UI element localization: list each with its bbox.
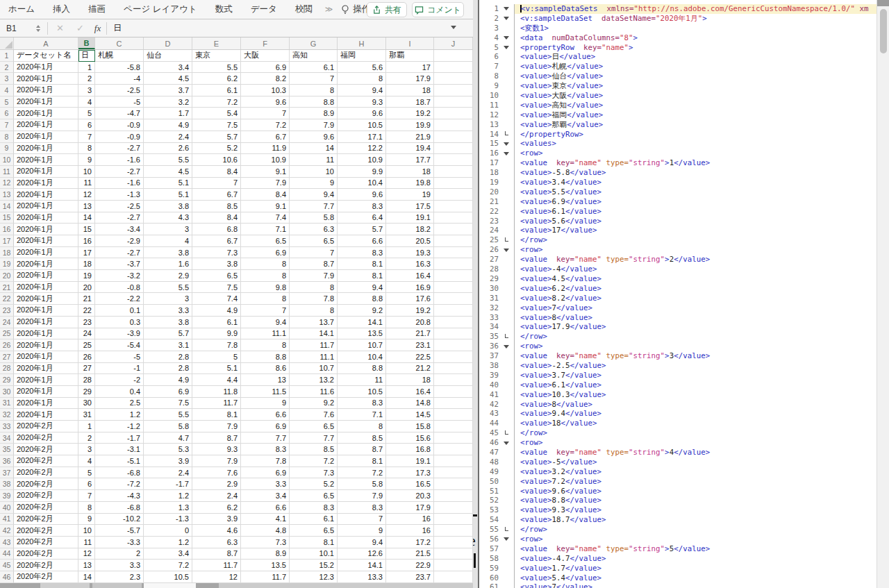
cell[interactable]: -1.2 [95,421,144,432]
fold-arrow-icon[interactable] [499,142,514,146]
cell[interactable]: 21.9 [386,131,434,143]
editor-scrollbar[interactable] [876,0,889,588]
ribbon-tab[interactable]: ページ レイアウト [124,3,197,15]
cell[interactable]: 7.2 [144,560,192,571]
cell[interactable]: 9.1 [241,201,290,212]
cell[interactable]: 22 [78,305,95,317]
cell[interactable]: 2020年1月 [14,85,78,96]
cell[interactable]: 4.9 [144,374,192,386]
row-header[interactable]: 21 [0,282,14,294]
ribbon-tab[interactable]: データ [251,3,277,15]
cell[interactable]: 8.5 [338,432,386,444]
cell[interactable]: 1.3 [144,502,192,514]
cell[interactable]: -3.3 [95,537,144,548]
cell[interactable] [434,525,473,537]
code-line[interactable]: 54<value>18.7</value> [479,515,876,525]
cell[interactable]: 13.5 [241,560,290,571]
cell[interactable]: -0.8 [95,282,144,294]
cell[interactable] [434,212,473,224]
sheet-tab-bar[interactable] [0,583,473,588]
cell[interactable]: 19.3 [386,247,434,259]
cell[interactable]: 18 [386,85,434,96]
cell[interactable]: 8 [290,305,338,317]
cell[interactable]: 8.8 [290,96,338,108]
fold-arrow-icon[interactable] [499,36,514,40]
cell[interactable]: 6.5 [192,270,241,282]
cell[interactable]: 11.8 [192,386,241,398]
cell[interactable]: 12.3 [290,571,338,583]
cell[interactable]: 6.6 [241,409,290,421]
cell[interactable]: 2020年1月 [14,201,78,212]
cell[interactable]: -4 [95,73,144,85]
row-header[interactable]: 16 [0,224,14,235]
cell[interactable]: 18 [386,166,434,178]
name-box-stepper[interactable] [36,25,40,32]
cell[interactable]: 2.4 [192,490,241,502]
cell[interactable] [434,119,473,131]
code-line[interactable]: 24<value>17</value> [479,226,876,235]
cell[interactable]: 13.5 [338,328,386,340]
cell[interactable]: 4.9 [192,305,241,317]
cell[interactable]: 5 [78,467,95,479]
cell[interactable]: 8.1 [290,537,338,548]
cell[interactable]: 2.9 [192,478,241,490]
cell[interactable]: 8.7 [290,258,338,270]
cell[interactable]: 2 [78,432,95,444]
cell[interactable]: -4.7 [95,108,144,119]
cell[interactable]: 4.7 [144,432,192,444]
row-header[interactable]: 12 [0,178,14,190]
cell[interactable]: 2020年1月 [14,166,78,178]
cell[interactable]: 20.5 [386,235,434,247]
select-all-corner[interactable] [0,37,14,49]
cell[interactable]: 2 [95,548,144,560]
cell[interactable]: 7.9 [290,119,338,131]
cell[interactable]: 8.4 [241,189,290,201]
cell[interactable]: 30 [78,398,95,410]
cell[interactable]: 9.8 [241,282,290,294]
cell[interactable]: 3 [78,444,95,455]
cell[interactable]: 8.3 [338,398,386,410]
cell[interactable]: 8.6 [241,363,290,375]
cell[interactable]: 8.5 [192,201,241,212]
cell[interactable]: -3.4 [95,224,144,235]
cell[interactable]: 10 [78,525,95,537]
row-header[interactable]: 19 [0,258,14,270]
cell[interactable]: 7 [192,178,241,190]
cell[interactable] [434,398,473,410]
cell[interactable]: 8 [241,258,290,270]
code-line[interactable]: 12<value>福岡</value> [479,110,876,120]
cell[interactable]: 7.9 [192,421,241,432]
cell[interactable]: -2.5 [95,85,144,96]
ribbon-tab[interactable]: 校閲 [295,3,313,15]
cell[interactable]: 5.1 [144,189,192,201]
cell[interactable]: 15.2 [290,560,338,571]
cell[interactable] [434,96,473,108]
cell[interactable] [434,363,473,375]
cell[interactable]: 2020年2月 [14,478,78,490]
cell[interactable]: -1.3 [144,514,192,526]
code-line[interactable]: 27<value key="name" type="string">2</val… [479,255,876,264]
cell[interactable]: 11 [290,154,338,166]
cell[interactable]: 10 [290,166,338,178]
cell[interactable]: 7.6 [192,467,241,479]
cell[interactable]: 12 [192,571,241,583]
cell[interactable]: 2020年1月 [14,189,78,201]
cell[interactable]: 2020年2月 [14,514,78,526]
cell[interactable]: 6.9 [241,247,290,259]
cell[interactable]: 9.3 [192,444,241,455]
code-line[interactable]: 51<value>9.6</value> [479,487,876,496]
cell[interactable]: 福岡 [338,50,386,62]
column-header-C[interactable]: C [95,37,144,49]
cell[interactable]: 4.9 [144,119,192,131]
cell[interactable]: 1.2 [144,537,192,548]
name-box[interactable]: B1 [0,24,36,33]
row-header[interactable]: 24 [0,317,14,328]
code-line[interactable]: 45</row> [479,428,876,438]
cell[interactable]: 5.8 [144,421,192,432]
code-line[interactable]: 34<value>17.9</value> [479,322,876,332]
cell[interactable]: 3 [78,85,95,96]
cell[interactable]: 7.5 [144,398,192,410]
code-line[interactable]: 15<values> [479,139,876,149]
cell[interactable]: 12 [78,548,95,560]
code-line[interactable]: 57<value key="name" type="string">5</val… [479,544,876,554]
